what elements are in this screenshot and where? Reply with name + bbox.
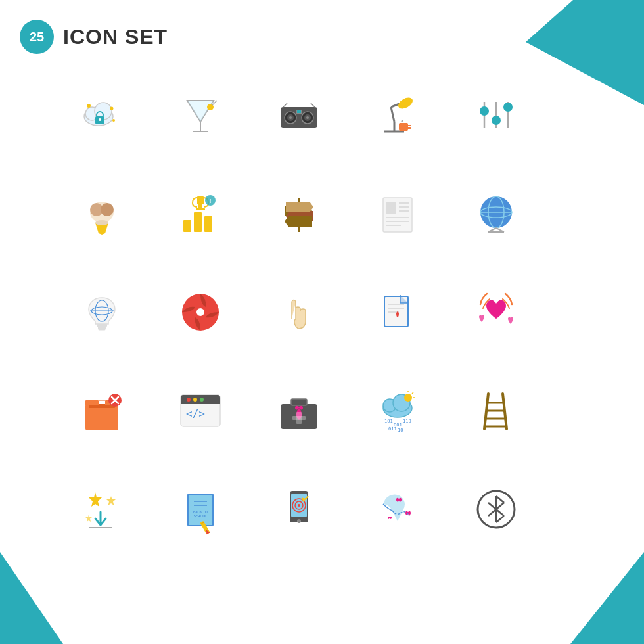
mobile-target-icon: [256, 467, 342, 552]
svg-text:</>: </>: [186, 407, 205, 420]
page-title: ICON SET: [63, 25, 168, 49]
svg-rect-46: [194, 212, 202, 232]
svg-rect-45: [183, 220, 191, 232]
svg-point-7: [110, 107, 114, 110]
svg-point-18: [289, 116, 292, 119]
fan-disc-icon: [158, 269, 243, 355]
svg-rect-47: [204, 216, 212, 232]
svg-rect-106: [292, 416, 306, 420]
svg-point-80: [196, 308, 204, 316]
svg-rect-25: [297, 110, 301, 113]
svg-rect-98: [181, 402, 220, 404]
svg-rect-48: [197, 196, 204, 204]
svg-line-151: [496, 516, 504, 522]
icon-count-badge: 25: [20, 20, 54, 54]
cocktail-icon: [158, 72, 243, 158]
svg-point-37: [480, 106, 489, 116]
svg-point-99: [187, 398, 191, 402]
svg-point-29: [396, 95, 415, 111]
svg-line-117: [412, 392, 413, 394]
svg-marker-127: [85, 515, 92, 522]
sliders-icon: [453, 72, 539, 158]
icon-grid: !: [59, 72, 585, 559]
code-window-icon: </>: [158, 368, 243, 453]
desk-lamp-icon: [355, 72, 440, 158]
signpost-icon: [256, 171, 342, 256]
svg-text:ScHOOL: ScHOOL: [194, 514, 208, 518]
corner-decoration-bottom-right: [539, 552, 644, 644]
corner-decoration-bottom-left: [0, 552, 105, 644]
svg-marker-56: [286, 202, 313, 212]
love-signal-icon: [453, 269, 539, 355]
svg-point-101: [200, 398, 204, 402]
svg-point-5: [99, 118, 101, 121]
cloud-lock-icon: [59, 72, 145, 158]
svg-marker-126: [106, 496, 116, 505]
svg-rect-73: [97, 324, 107, 327]
svg-point-21: [306, 116, 309, 119]
svg-marker-125: [89, 492, 102, 507]
svg-point-42: [101, 203, 114, 216]
trophy-chart-icon: !: [158, 171, 243, 256]
svg-text:!: !: [210, 198, 212, 204]
cloud-data-icon: 101 001 110 011 10: [355, 368, 440, 453]
svg-text:101: 101: [384, 419, 393, 424]
svg-line-24: [311, 103, 315, 107]
svg-line-23: [283, 103, 287, 107]
ice-cream-icon: [59, 171, 145, 256]
svg-point-44: [95, 220, 108, 225]
svg-text:110: 110: [403, 419, 411, 424]
idea-bulb-icon: [59, 269, 145, 355]
svg-text:10: 10: [398, 428, 403, 433]
svg-marker-10: [187, 101, 214, 122]
svg-point-38: [492, 116, 501, 125]
svg-rect-104: [291, 399, 307, 405]
header: 25 ICON SET: [20, 20, 168, 54]
svg-point-115: [404, 394, 412, 402]
touch-gesture-icon: [256, 269, 342, 355]
ink-document-icon: [355, 269, 440, 355]
svg-line-27: [391, 107, 394, 122]
medical-kit-icon: [256, 368, 342, 453]
svg-point-39: [503, 103, 513, 112]
ladder-icon: [453, 368, 539, 453]
svg-text:011: 011: [388, 426, 397, 432]
svg-rect-31: [399, 123, 408, 131]
svg-rect-59: [386, 202, 396, 214]
shooting-star-icon: [59, 467, 145, 552]
back-to-school-icon: BaCK TO ScHOOL: [158, 467, 243, 552]
delete-box-icon: [59, 368, 145, 453]
boombox-icon: [256, 72, 342, 158]
svg-point-6: [87, 104, 91, 108]
svg-point-100: [193, 398, 197, 402]
svg-line-149: [496, 496, 504, 503]
svg-point-141: [297, 519, 301, 523]
newspaper-icon: [355, 171, 440, 256]
svg-point-8: [112, 119, 115, 122]
svg-rect-50: [196, 208, 205, 210]
svg-rect-49: [198, 204, 202, 208]
svg-marker-57: [285, 216, 312, 227]
bluetooth-icon: [453, 467, 539, 552]
svg-rect-90: [85, 400, 99, 405]
location-love-icon: [355, 467, 440, 552]
globe-icon: [453, 171, 539, 256]
svg-point-144: [298, 504, 300, 507]
